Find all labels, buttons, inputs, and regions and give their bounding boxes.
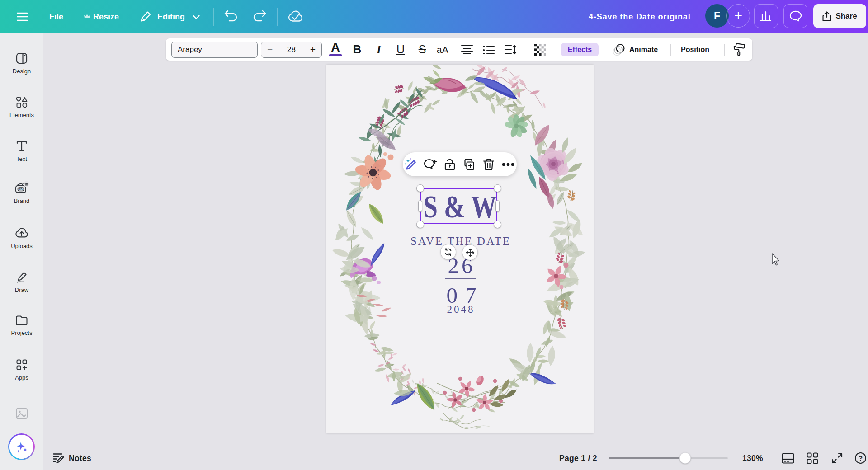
svg-text:co: co xyxy=(19,188,23,191)
